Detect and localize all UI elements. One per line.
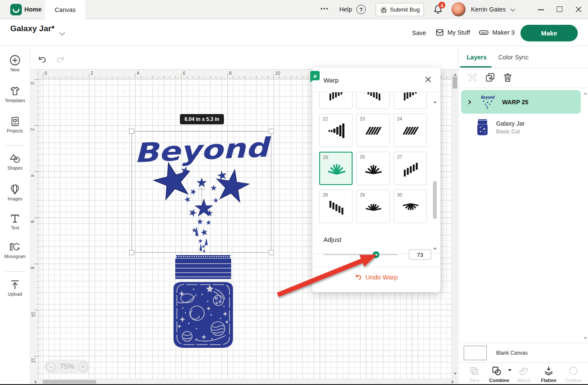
delete-button[interactable] bbox=[502, 72, 513, 83]
window-maximize-button[interactable] bbox=[557, 6, 562, 12]
action-slice: Slice bbox=[462, 366, 487, 383]
upload-arrow-icon bbox=[9, 279, 21, 290]
undo-button[interactable] bbox=[38, 56, 47, 64]
sidebar-item-monogram[interactable]: Monogram bbox=[0, 241, 30, 259]
warp-panel-close-button[interactable] bbox=[424, 76, 432, 83]
warp-style-28[interactable]: 28 bbox=[319, 190, 353, 223]
zoom-level: 75% bbox=[60, 362, 74, 371]
warp-style-27[interactable]: 27 bbox=[394, 152, 427, 185]
expand-chevron-icon[interactable] bbox=[467, 100, 472, 105]
warp-style-30[interactable]: 30 bbox=[394, 190, 427, 223]
selection-handle-sw[interactable] bbox=[129, 250, 134, 255]
sidebar-item-shapes[interactable]: Shapes bbox=[0, 153, 30, 170]
scroll-up-arrow[interactable] bbox=[433, 99, 437, 103]
ruler-label: 0 bbox=[44, 71, 47, 76]
design-galaxy-jar[interactable] bbox=[170, 255, 236, 350]
warp-grid-scrollbar[interactable] bbox=[433, 96, 437, 253]
help-icon[interactable]: ? bbox=[356, 5, 366, 14]
scroll-down-arrow[interactable] bbox=[584, 337, 587, 341]
scrollbar-thumb[interactable] bbox=[433, 181, 437, 219]
layer-row-galaxy-jar[interactable]: Galaxy Jar Basic Cut bbox=[461, 115, 581, 139]
blank-canvas-row[interactable]: Blank Canvas bbox=[459, 343, 588, 362]
submit-bug-button[interactable]: Submit Bug bbox=[376, 3, 424, 16]
machine-select[interactable]: Maker 3 bbox=[479, 28, 514, 37]
canvas-vertical-scrollbar[interactable] bbox=[451, 70, 458, 379]
zoom-control: – 75% + bbox=[44, 360, 90, 373]
selection-box[interactable] bbox=[132, 131, 271, 253]
home-label[interactable]: Home bbox=[24, 6, 41, 13]
submit-bug-label: Submit Bug bbox=[390, 6, 420, 13]
selection-size-tooltip: 6.04 in x 5.3 in bbox=[180, 114, 224, 124]
sidebar-item-images[interactable]: Images bbox=[0, 184, 30, 201]
make-button[interactable]: Make bbox=[520, 25, 578, 41]
warp-style-26[interactable]: 26 bbox=[356, 152, 390, 185]
warp-style-partial[interactable] bbox=[319, 92, 353, 109]
bars-wedge-left-icon bbox=[327, 121, 346, 140]
canvas-tab-label: Canvas bbox=[55, 6, 76, 13]
scroll-left-arrow[interactable] bbox=[32, 380, 36, 384]
sidebar-item-projects[interactable]: Projects bbox=[0, 116, 30, 133]
redo-button[interactable] bbox=[55, 56, 65, 64]
ruler-vertical: 0 2 4 6 8 10 12 bbox=[30, 70, 39, 379]
shapes-icon bbox=[9, 153, 21, 164]
scroll-down-arrow[interactable] bbox=[433, 248, 437, 252]
warp-style-partial[interactable] bbox=[356, 92, 390, 109]
adjust-value-input[interactable] bbox=[409, 250, 431, 260]
layers-scrollbar[interactable] bbox=[583, 89, 588, 343]
zoom-in-button[interactable]: + bbox=[78, 362, 88, 372]
warp-style-29[interactable]: 29 bbox=[356, 190, 390, 223]
selection-handle-ne[interactable] bbox=[269, 129, 274, 134]
user-menu-chevron-icon[interactable] bbox=[510, 6, 515, 11]
project-title-chevron-icon[interactable] bbox=[59, 30, 65, 35]
warp-style-22[interactable]: 22 bbox=[319, 114, 353, 147]
my-stuff-label: My Stuff bbox=[447, 29, 470, 36]
tab-color-sync[interactable]: Color Sync bbox=[498, 54, 529, 61]
attach-icon bbox=[519, 366, 529, 376]
window-close-button[interactable] bbox=[575, 6, 582, 13]
scroll-up-arrow[interactable] bbox=[584, 91, 587, 94]
warp-style-25-selected[interactable]: 25 bbox=[319, 152, 353, 185]
notifications-button[interactable]: 4 bbox=[432, 4, 445, 17]
scroll-right-arrow[interactable] bbox=[452, 380, 456, 384]
scroll-up-arrow[interactable] bbox=[453, 72, 457, 76]
project-title[interactable]: Galaxy Jar* bbox=[10, 24, 55, 33]
duplicate-button[interactable] bbox=[485, 72, 496, 83]
ruler-label: 4 bbox=[30, 174, 35, 177]
sidebar-item-upload[interactable]: Upload bbox=[0, 279, 30, 297]
scrollbar-thumb[interactable] bbox=[453, 76, 457, 88]
scroll-down-arrow[interactable] bbox=[453, 373, 457, 376]
slice-icon bbox=[469, 366, 479, 376]
sidebar-item-new[interactable]: New bbox=[0, 55, 30, 72]
canvas-horizontal-scrollbar[interactable] bbox=[30, 379, 458, 384]
action-flatten[interactable]: Flatten bbox=[536, 366, 561, 383]
monogram-icon bbox=[9, 241, 21, 253]
my-stuff-button[interactable]: My Stuff bbox=[435, 28, 470, 37]
warp-style-23[interactable]: 23 bbox=[356, 114, 390, 147]
tab-layers[interactable]: Layers bbox=[467, 54, 487, 61]
machine-label: Maker 3 bbox=[492, 29, 514, 36]
sidebar-item-templates[interactable]: Templates bbox=[0, 85, 30, 103]
warp-style-24[interactable]: 24 bbox=[394, 114, 427, 147]
user-name[interactable]: Kerrin Gates bbox=[471, 6, 506, 13]
warp-style-partial[interactable] bbox=[394, 92, 427, 109]
my-stuff-icon bbox=[435, 28, 444, 37]
bug-icon bbox=[380, 6, 388, 14]
edit-toolbar: Operation Basic Cut Select All Edit Alig… bbox=[30, 46, 458, 70]
selection-handle-nw[interactable] bbox=[129, 129, 134, 134]
tab-canvas[interactable]: Canvas bbox=[45, 0, 85, 20]
annotation-tag: a bbox=[310, 71, 320, 80]
cricut-logo-icon[interactable] bbox=[10, 4, 22, 15]
zoom-out-button[interactable]: – bbox=[46, 362, 56, 372]
action-combine[interactable]: Combine bbox=[487, 366, 512, 383]
window-minimize-button[interactable] bbox=[538, 9, 544, 10]
help-label[interactable]: Help bbox=[339, 6, 352, 13]
layer-name: WARP 25 bbox=[502, 99, 528, 106]
overflow-menu-button[interactable]: ••• bbox=[320, 6, 329, 12]
save-button[interactable]: Save bbox=[412, 29, 426, 36]
avatar[interactable] bbox=[451, 2, 466, 17]
stripes-slant-left-icon bbox=[401, 121, 420, 140]
layer-row-warp-25[interactable]: Beyond WARP 25 bbox=[461, 90, 581, 114]
scrollbar-thumb[interactable] bbox=[43, 380, 96, 384]
sidebar-item-text[interactable]: Text bbox=[0, 213, 30, 230]
ruler-label: 8 bbox=[229, 71, 232, 76]
